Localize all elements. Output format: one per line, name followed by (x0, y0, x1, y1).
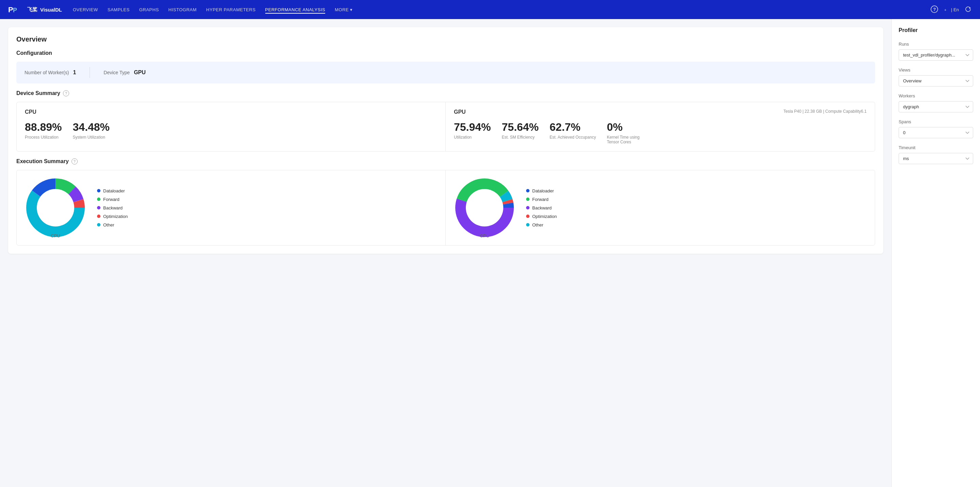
sidebar-views-section: Views Overview (899, 67, 973, 86)
legend-dot-gpu-forward (526, 197, 530, 201)
gpu-tc-value: 0% (607, 121, 648, 134)
logo-chinese: 飞桨 (27, 6, 37, 13)
cpu-donut-chart (25, 177, 86, 239)
sidebar: Profiler Runs test_vdl_profiler/dygraph.… (891, 19, 980, 487)
device-type-value: GPU (134, 70, 146, 76)
legend-label-dataloader: Dataloader (103, 188, 125, 193)
legend-label-gpu-optimization: Optimization (532, 214, 557, 219)
execution-summary-section: Execution Summary ? (16, 158, 875, 245)
gpu-chart-legend: Dataloader Forward Backward (526, 188, 557, 228)
legend-label-gpu-dataloader: Dataloader (532, 188, 554, 193)
workers-select[interactable]: dygraph (899, 101, 973, 112)
overview-card: Overview Configuration Number of Worker(… (8, 27, 883, 254)
exec-summary-header: Execution Summary ? (16, 158, 875, 164)
legend-dot-optimization (97, 215, 100, 218)
legend-dot-other-cpu (97, 223, 100, 226)
gpu-chart-label: GPU (480, 233, 489, 239)
sidebar-timeunit-label: Timeunit (899, 145, 973, 150)
device-summary-info-icon[interactable]: ? (63, 90, 69, 96)
gpu-occ-value: 62.7% (550, 121, 596, 134)
app-logo[interactable]: P P 飞桨 VisualDL (8, 4, 62, 15)
nav-graphs[interactable]: GRAPHS (139, 6, 159, 14)
gpu-occupancy: 62.7% Est. Achieved Occupancy (550, 121, 596, 145)
views-select[interactable]: Overview (899, 75, 973, 86)
sidebar-workers-label: Workers (899, 93, 973, 99)
cpu-system-util-label: System Utilization (73, 135, 110, 140)
configuration-title: Configuration (16, 50, 875, 56)
gpu-donut-chart (454, 177, 515, 239)
sidebar-runs-section: Runs test_vdl_profiler/dygraph... (899, 41, 973, 60)
configuration-section: Configuration Number of Worker(s) 1 Devi… (16, 50, 875, 83)
svg-text:P: P (8, 5, 13, 14)
cpu-process-util-label: Process Utilization (25, 135, 62, 140)
cpu-panel: CPU 88.89% Process Utilization 34.48% Sy… (17, 102, 446, 151)
sidebar-workers-section: Workers dygraph (899, 93, 973, 112)
cpu-process-util: 88.89% Process Utilization (25, 121, 62, 140)
nav-samples[interactable]: SAMPLES (108, 6, 130, 14)
timeunit-select[interactable]: ms (899, 153, 973, 164)
help-icon[interactable]: ? (931, 5, 938, 14)
sidebar-spans-label: Spans (899, 119, 973, 124)
gpu-chart-panel: GPU Dataloader Forward (446, 170, 875, 245)
nav-histogram[interactable]: HISTOGRAM (169, 6, 197, 14)
charts-container: CPU Dataloader Forward (16, 170, 875, 245)
legend-dot-gpu-backward (526, 206, 530, 209)
cpu-header: CPU (25, 109, 437, 115)
nav-more[interactable]: MORE ▾ (335, 6, 353, 14)
legend-label-gpu-forward: Forward (532, 197, 549, 202)
legend-item-optimization: Optimization (97, 214, 128, 219)
legend-item-gpu-dataloader: Dataloader (526, 188, 557, 193)
device-grid: CPU 88.89% Process Utilization 34.48% Sy… (16, 102, 875, 151)
legend-label-other-gpu: Other (532, 223, 544, 228)
gpu-header: GPU Tesla P40 | 22.38 GB | Compute Capab… (454, 109, 867, 115)
cpu-process-util-value: 88.89% (25, 121, 62, 134)
refresh-icon[interactable] (964, 5, 972, 14)
spans-select[interactable]: 0 (899, 127, 973, 138)
nav-hyper-parameters[interactable]: HYPER PARAMETERS (206, 6, 256, 14)
legend-dot-gpu-dataloader (526, 189, 530, 193)
legend-label-other-cpu: Other (103, 223, 115, 228)
exec-summary-info-icon[interactable]: ? (72, 158, 78, 164)
nav-scalars[interactable]: Overview (73, 6, 98, 14)
page-title: Overview (16, 35, 875, 43)
main-content: Overview Configuration Number of Worker(… (0, 19, 891, 487)
legend-item-forward: Forward (97, 197, 128, 202)
cpu-donut-wrapper: CPU (25, 177, 86, 239)
gpu-sm-value: 75.64% (502, 121, 539, 134)
gpu-util-value: 75.94% (454, 121, 491, 134)
num-workers-value: 1 (73, 70, 76, 76)
cpu-metrics-row: 88.89% Process Utilization 34.48% System… (25, 121, 437, 140)
main-layout: Overview Configuration Number of Worker(… (0, 19, 980, 487)
cpu-chart-label: CPU (51, 233, 60, 239)
nav-performance-analysis[interactable]: PERFORMANCE ANALYSIS (265, 6, 326, 14)
runs-select[interactable]: test_vdl_profiler/dygraph... (899, 49, 973, 60)
legend-dot-gpu-optimization (526, 215, 530, 218)
svg-text:?: ? (933, 7, 936, 12)
exec-summary-title: Execution Summary (16, 158, 69, 164)
sidebar-runs-label: Runs (899, 41, 973, 47)
sidebar-views-label: Views (899, 67, 973, 73)
legend-label-optimization: Optimization (103, 214, 128, 219)
svg-text:+: + (944, 8, 946, 12)
navbar: P P 飞桨 VisualDL Overview SAMPLES GRAPHS … (0, 0, 980, 19)
sidebar-title: Profiler (899, 27, 973, 33)
gpu-util-label: Utilization (454, 135, 491, 140)
legend-item-gpu-backward: Backward (526, 205, 557, 210)
gpu-utilization: 75.94% Utilization (454, 121, 491, 145)
gpu-sm-label: Est. SM Efficiency (502, 135, 539, 140)
svg-point-16 (466, 189, 503, 226)
lang-switcher[interactable]: + | En (943, 6, 959, 13)
legend-label-gpu-backward: Backward (532, 205, 552, 210)
gpu-tensor-cores: 0% Kernel Time using Tensor Cores (607, 121, 648, 145)
legend-item-gpu-forward: Forward (526, 197, 557, 202)
legend-item-dataloader: Dataloader (97, 188, 128, 193)
legend-label-forward: Forward (103, 197, 119, 202)
cpu-chart-legend: Dataloader Forward Backward (97, 188, 128, 228)
nav-links: Overview SAMPLES GRAPHS HISTOGRAM HYPER … (73, 6, 920, 14)
legend-dot-other-gpu (526, 223, 530, 226)
gpu-tc-label: Kernel Time using Tensor Cores (607, 135, 648, 145)
legend-item-backward: Backward (97, 205, 128, 210)
gpu-panel: GPU Tesla P40 | 22.38 GB | Compute Capab… (446, 102, 875, 151)
cpu-chart-panel: CPU Dataloader Forward (17, 170, 446, 245)
cpu-system-util: 34.48% System Utilization (73, 121, 110, 140)
